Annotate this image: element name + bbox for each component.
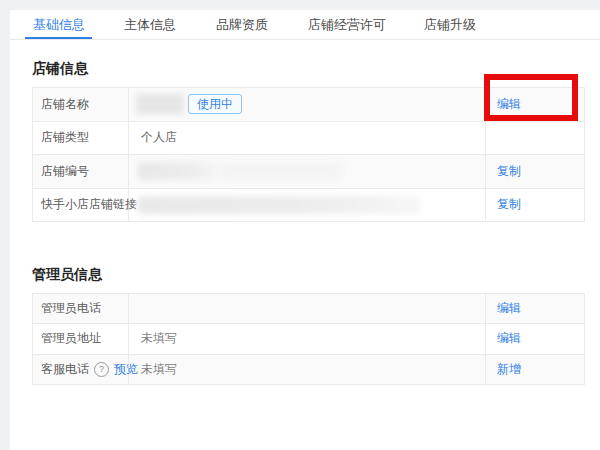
table-row-admin-address: 管理员地址 未填写 编辑 xyxy=(33,324,584,354)
table-row-admin-phone: 管理员电话 编辑 xyxy=(33,294,584,324)
shop-number-value xyxy=(129,155,485,188)
shop-type-value: 个人店 xyxy=(129,122,485,155)
censored-shop-name xyxy=(136,94,184,114)
shop-link-value xyxy=(129,189,485,222)
service-phone-label: 客服电话 xyxy=(41,361,89,378)
censored-shop-number xyxy=(138,162,216,180)
row-action-cell: 编辑 xyxy=(485,88,584,121)
copy-shop-link-link[interactable]: 复制 xyxy=(497,196,521,213)
row-action-cell: 新增 xyxy=(485,355,584,384)
row-label: 管理员地址 xyxy=(33,324,129,353)
row-label: 店铺名称 xyxy=(33,88,129,121)
add-service-phone-link[interactable]: 新增 xyxy=(497,361,521,378)
row-action-cell: 编辑 xyxy=(485,294,584,323)
edit-shop-name-link[interactable]: 编辑 xyxy=(497,96,521,113)
row-action-cell: 复制 xyxy=(485,189,584,222)
admin-phone-value xyxy=(129,294,485,323)
help-question-icon[interactable]: ? xyxy=(94,362,109,377)
tab-business-license[interactable]: 店铺经营许可 xyxy=(308,10,386,39)
row-label: 店铺编号 xyxy=(33,155,129,188)
admin-info-table: 管理员电话 编辑 管理员地址 未填写 编辑 客服电话 ? 预览 未填写 xyxy=(32,293,585,385)
row-label: 店铺类型 xyxy=(33,122,129,155)
row-label: 管理员电话 xyxy=(33,294,129,323)
edit-admin-address-link[interactable]: 编辑 xyxy=(497,330,521,347)
tab-basic-info[interactable]: 基础信息 xyxy=(33,10,85,39)
tab-bar: 基础信息 主体信息 品牌资质 店铺经营许可 店铺升级 xyxy=(10,10,600,40)
section-title-admin-info: 管理员信息 xyxy=(32,266,102,284)
tab-subject-info[interactable]: 主体信息 xyxy=(124,10,176,39)
shop-info-table: 店铺名称 使用中 编辑 店铺类型 个人店 店铺编号 xyxy=(32,87,585,222)
row-label: 快手小店店铺链接 xyxy=(33,189,129,222)
edit-admin-phone-link[interactable]: 编辑 xyxy=(497,300,521,317)
tab-shop-upgrade[interactable]: 店铺升级 xyxy=(424,10,476,39)
row-label-service-phone: 客服电话 ? 预览 xyxy=(33,355,129,384)
tab-brand-qualification[interactable]: 品牌资质 xyxy=(216,10,268,39)
shop-name-value: 使用中 xyxy=(129,88,485,121)
service-phone-value: 未填写 xyxy=(129,355,485,384)
censored-shop-link xyxy=(138,196,420,214)
table-row-shop-type: 店铺类型 个人店 xyxy=(33,122,584,156)
status-badge-in-use: 使用中 xyxy=(188,94,242,114)
table-row-shop-number: 店铺编号 复制 xyxy=(33,155,584,189)
censored-shop-number-tail xyxy=(221,164,341,178)
row-action-cell: 编辑 xyxy=(485,324,584,353)
row-action-cell: 复制 xyxy=(485,155,584,188)
copy-shop-number-link[interactable]: 复制 xyxy=(497,163,521,180)
section-title-shop-info: 店铺信息 xyxy=(32,60,88,78)
content-card: 基础信息 主体信息 品牌资质 店铺经营许可 店铺升级 店铺信息 店铺名称 使用中… xyxy=(10,10,600,450)
admin-address-value: 未填写 xyxy=(129,324,485,353)
table-row-service-phone: 客服电话 ? 预览 未填写 新增 xyxy=(33,355,584,384)
shop-settings-page: 基础信息 主体信息 品牌资质 店铺经营许可 店铺升级 店铺信息 店铺名称 使用中… xyxy=(0,0,600,450)
row-action-cell xyxy=(485,122,584,155)
table-row-shop-name: 店铺名称 使用中 编辑 xyxy=(33,88,584,122)
table-row-shop-link: 快手小店店铺链接 复制 xyxy=(33,189,584,222)
